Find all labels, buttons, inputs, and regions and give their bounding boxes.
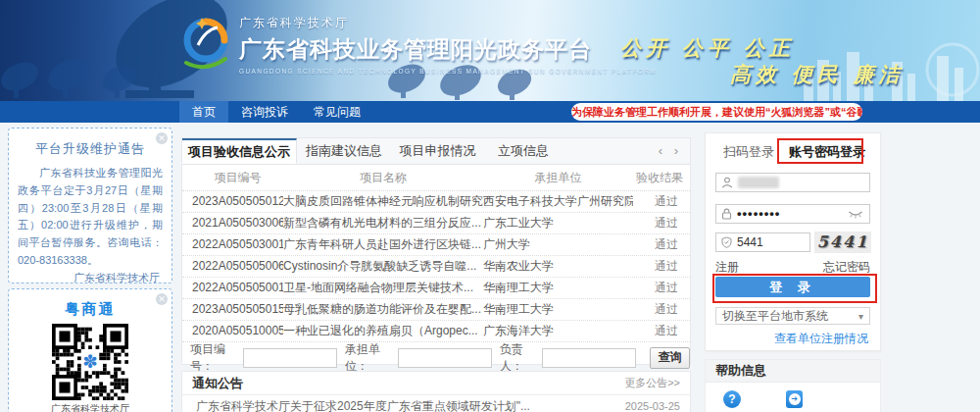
- content-tabbar: 项目验收信息公示指南建议信息项目申报情况立项信息‹ ›: [182, 138, 690, 165]
- table-cell-1: 2022A0505050011: [182, 278, 283, 298]
- login-panel: 扫码登录 账号密码登录 •••••••• 5441 5441: [705, 132, 881, 351]
- announcement-title: 通知公告: [192, 372, 243, 394]
- slogan-line-1: 公开 公平 公正: [620, 34, 795, 62]
- tab-1[interactable]: 指南建议信息: [297, 138, 391, 164]
- site-subtitle-en: GUANGDONG SCIENCE AND TECHNOLOGY BUSINES…: [239, 68, 657, 75]
- tab-2[interactable]: 项目申报情况: [391, 138, 484, 164]
- tab-3[interactable]: 立项信息: [484, 138, 563, 164]
- announcement-header: 通知公告 更多公告>>: [182, 372, 690, 395]
- column-header-3: 承担单位: [483, 165, 633, 190]
- column-header-1: 项目编号: [182, 165, 283, 190]
- help-question-icon[interactable]: ?: [723, 390, 741, 408]
- help-title: 帮助信息: [706, 360, 880, 383]
- table-row[interactable]: 2023A0505050156母乳低聚糖的肠道功能评价及在婴配...华南理工大学…: [182, 299, 690, 321]
- table-cell-1: 2023A0505050156: [182, 299, 283, 320]
- table-cell-2: 一种业已退化的养殖扇贝（Argopec...: [283, 321, 483, 341]
- announcement-item[interactable]: 广东省科学技术厅关于征求2025年度广东省重点领域研发计划"...2025-03…: [182, 395, 690, 412]
- table-cell-1: 2021A0505030069: [182, 213, 283, 233]
- site-banner: 广东省科学技术厅 广东省科技业务管理阳光政务平台 GUANGDONG SCIEN…: [0, 0, 980, 101]
- table-row[interactable]: 2022A0505030016广东青年科研人员赴国外进行区块链...广州大学通过: [182, 234, 690, 256]
- column-header-2: 项目名称: [283, 165, 483, 190]
- site-title: 广东省科技业务管理阳光政务平台: [239, 34, 657, 65]
- main-nav: 首页咨询投诉常见问题 为保障业务管理工作顺利开展，建议使用“火狐浏览器”或“谷歌…: [0, 101, 980, 123]
- shield-check-icon: [721, 236, 732, 248]
- maintenance-notice-body: 广东省科技业务管理阳光政务平台定于3月27日（星期四）23:00至3月28日（星…: [18, 165, 163, 270]
- qr-box-title: 粤商通: [9, 300, 172, 319]
- svg-text:✽: ✽: [82, 351, 98, 372]
- table-body: 2023A0505050126大脑皮质回路锥体神经元响应机制研究西安电子科技大学…: [182, 191, 690, 342]
- captcha-field[interactable]: 5441: [715, 232, 810, 252]
- person-icon: [721, 177, 733, 188]
- captcha-input-value: 5441: [737, 235, 763, 249]
- search-input-project-no[interactable]: [243, 348, 337, 368]
- table-cell-2: 母乳低聚糖的肠道功能评价及在婴配...: [283, 299, 483, 320]
- check-unit-registration-link[interactable]: 查看单位注册情况: [774, 331, 868, 347]
- close-icon[interactable]: ✕: [156, 132, 168, 144]
- column-header-4: 验收结果: [633, 165, 690, 190]
- tab-0[interactable]: 项目验收信息公示: [182, 138, 297, 164]
- table-row[interactable]: 2023A0505050126大脑皮质回路锥体神经元响应机制研究西安电子科技大学…: [182, 191, 690, 213]
- help-section: 帮助信息 ?: [705, 359, 881, 412]
- nav-item-home[interactable]: 首页: [179, 101, 228, 123]
- username-field[interactable]: [715, 173, 870, 192]
- tab-pager-arrows[interactable]: ‹ ›: [659, 138, 690, 164]
- lock-icon: [721, 208, 732, 220]
- table-cell-3: 广州大学: [483, 234, 633, 255]
- nav-item-faq[interactable]: 常见问题: [301, 101, 373, 123]
- table-row[interactable]: 2022A0505050064Cystinosin介导胱氨酸缺乏诱导自噬...华…: [182, 256, 690, 278]
- table-row[interactable]: 2022A0505050011卫星-地面网络融合物理层关键技术...华南理工大学…: [182, 278, 690, 299]
- city-system-select-label: 切换至平台地市系统: [722, 309, 828, 323]
- search-input-leader[interactable]: [542, 348, 636, 368]
- close-icon[interactable]: ✕: [156, 293, 168, 305]
- agency-name: 广东省科学技术厅: [239, 15, 657, 31]
- eye-closed-icon[interactable]: [848, 210, 863, 219]
- project-search-row: 项目编号：承担单位：负责人：查询: [182, 344, 690, 371]
- search-label-undertaker: 承担单位：: [345, 341, 398, 375]
- table-cell-1: 2020A0505100057: [182, 321, 283, 341]
- login-tabs: 扫码登录 账号密码登录: [706, 133, 880, 169]
- password-dots: ••••••••: [737, 205, 780, 223]
- city-system-select[interactable]: 切换至平台地市系统 ▾: [715, 307, 870, 325]
- table-header-row: 项目编号项目名称承担单位验收结果: [182, 165, 690, 191]
- help-icons: ?: [706, 383, 880, 408]
- table-cell-4: 通过: [633, 321, 690, 341]
- site-logo: [182, 16, 229, 77]
- announcement-panel: 通知公告 更多公告>> 广东省科学技术厅关于征求2025年度广东省重点领域研发计…: [181, 371, 691, 412]
- table-cell-4: 通过: [633, 299, 690, 320]
- table-cell-1: 2022A0505030016: [182, 234, 283, 255]
- table-cell-4: 通过: [633, 191, 690, 212]
- table-cell-2: 新型含磷有机光电材料的三组分反应...: [283, 213, 483, 233]
- table-cell-4: 通过: [633, 234, 690, 255]
- qr-code-image: ✽: [52, 324, 128, 400]
- table-row[interactable]: 2020A0505100057一种业已退化的养殖扇贝（Argopec...广东海…: [182, 321, 690, 342]
- announcement-item-text: 广东省科学技术厅关于征求2025年度广东省重点领域研发计划"...: [196, 396, 530, 412]
- table-cell-3: 华南农业大学: [483, 256, 633, 277]
- table-cell-4: 通过: [633, 278, 690, 298]
- table-cell-3: 华南理工大学: [483, 278, 633, 298]
- browser-recommendation-notice: 为保障业务管理工作顺利开展，建议使用“火狐浏览器”或“谷歌浏览器”: [571, 103, 862, 121]
- banner-titles: 广东省科学技术厅 广东省科技业务管理阳光政务平台 GUANGDONG SCIEN…: [239, 15, 657, 75]
- captcha-image[interactable]: 5441: [814, 232, 871, 253]
- maintenance-notice-title: 平台升级维护通告: [9, 140, 172, 158]
- search-input-undertaker[interactable]: [398, 348, 492, 368]
- help-doc-icon[interactable]: [786, 390, 803, 408]
- search-label-project-no: 项目编号：: [190, 341, 243, 375]
- nav-item-complaints[interactable]: 咨询投诉: [228, 101, 301, 123]
- announcement-item-date: 2025-03-25: [625, 396, 680, 412]
- table-row[interactable]: 2021A0505030069新型含磷有机光电材料的三组分反应...广东工业大学…: [182, 213, 690, 234]
- yueshangtong-qr-box: ✕ 粤商通 ✽ 广东省科学技术厅: [8, 288, 172, 412]
- password-field[interactable]: ••••••••: [715, 204, 870, 224]
- table-cell-4: 通过: [633, 213, 690, 233]
- username-redacted-value: [738, 177, 779, 188]
- password-tab-highlight: [777, 138, 863, 164]
- caret-down-icon: ▾: [858, 309, 863, 325]
- maintenance-notice-box: ✕ 平台升级维护通告 广东省科技业务管理阳光政务平台定于3月27日（星期四）23…: [8, 128, 172, 283]
- qr-box-caption: 广东省科学技术厅: [9, 402, 172, 412]
- table-cell-2: 广东青年科研人员赴国外进行区块链...: [283, 234, 483, 255]
- tab-scan-login[interactable]: 扫码登录: [723, 143, 774, 161]
- search-label-leader: 负责人：: [500, 341, 542, 375]
- more-announcements-link[interactable]: 更多公告>>: [624, 372, 680, 394]
- table-cell-1: 2023A0505050126: [182, 191, 283, 212]
- table-cell-3: 西安电子科技大学广州研究院: [483, 191, 633, 212]
- query-button[interactable]: 查询: [650, 347, 690, 369]
